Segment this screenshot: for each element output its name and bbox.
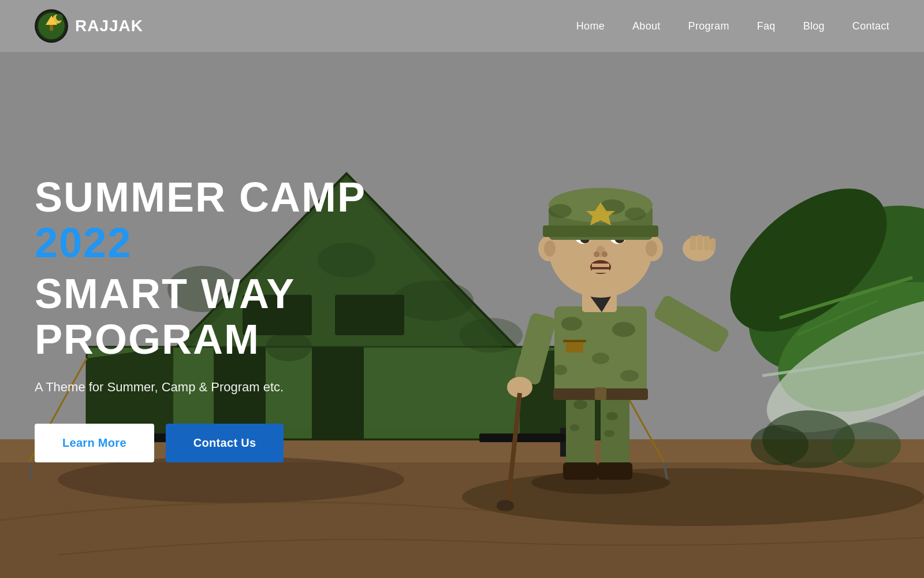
learn-more-button[interactable]: Learn More [35,424,154,462]
svg-point-84 [625,208,646,220]
svg-rect-49 [595,387,606,400]
nav-faq[interactable]: Faq [757,20,776,32]
hero-title-line2: SMART WAY PROGRAM [35,271,468,362]
svg-rect-56 [704,236,710,250]
svg-point-44 [612,322,635,337]
svg-point-70 [594,251,599,257]
hero-content: SUMMER CAMP 2022 SMART WAY PROGRAM A The… [35,175,468,462]
svg-point-71 [602,251,608,257]
svg-rect-55 [697,235,703,250]
logo-icon [35,9,68,43]
svg-rect-35 [601,393,629,468]
svg-point-46 [553,365,567,375]
svg-point-45 [592,353,609,364]
svg-rect-93 [50,25,53,31]
svg-point-24 [459,318,523,353]
svg-point-95 [56,14,63,21]
svg-rect-50 [566,341,583,353]
svg-point-47 [620,370,639,381]
nav-contact[interactable]: Contact [852,20,889,32]
svg-rect-74 [592,269,609,273]
contact-us-button[interactable]: Contact Us [166,424,284,462]
svg-point-61 [497,500,514,512]
svg-point-78 [646,240,657,257]
hero-title-text1: SUMMER CAMP [35,174,366,220]
hero-year: 2022 [35,220,132,266]
svg-point-39 [604,430,614,437]
svg-rect-51 [563,340,586,342]
brand-name: RAJJAK [75,17,143,35]
navbar: RAJJAK Home About Program Faq Blog Conta… [0,0,924,52]
nav-home[interactable]: Home [576,20,605,32]
svg-point-86 [531,471,670,494]
svg-point-43 [561,317,582,331]
hero-section: RAJJAK Home About Program Faq Blog Conta… [0,0,924,578]
svg-point-88 [832,422,901,468]
svg-point-3 [58,457,404,503]
svg-point-37 [606,412,618,420]
svg-rect-54 [690,236,696,250]
svg-point-89 [751,425,808,465]
svg-point-4 [462,468,924,526]
svg-rect-80 [543,225,658,237]
nav-program[interactable]: Program [688,20,729,32]
svg-point-82 [549,204,572,218]
svg-point-36 [573,400,587,409]
nav-menu: Home About Program Faq Blog Contact [576,20,889,32]
svg-rect-73 [592,264,609,267]
hero-subtitle: A Theme for Summer, Camp & Program etc. [35,380,468,395]
nav-blog[interactable]: Blog [803,20,825,32]
svg-point-38 [570,424,579,431]
hero-title-line1: SUMMER CAMP 2022 [35,175,468,266]
svg-point-76 [544,240,556,257]
logo[interactable]: RAJJAK [35,9,143,43]
nav-about[interactable]: About [632,20,661,32]
svg-rect-57 [710,238,716,251]
hero-buttons: Learn More Contact Us [35,424,468,462]
